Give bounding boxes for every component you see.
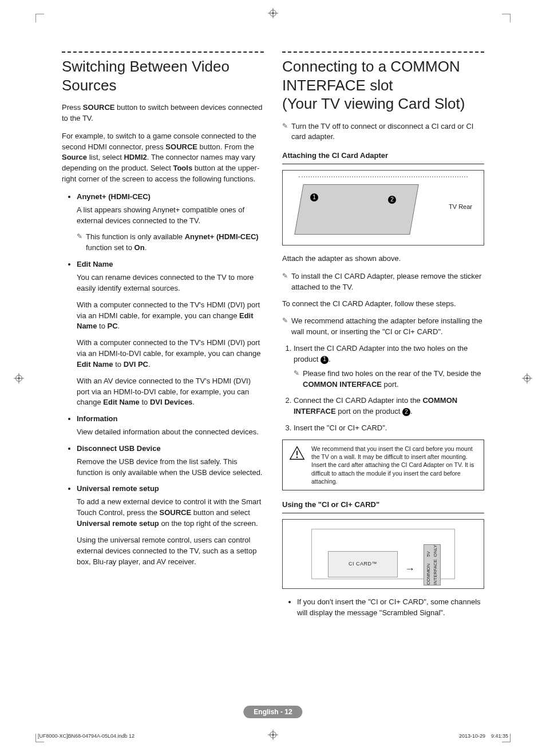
note: ✎ This function is only available Anynet… [77, 232, 264, 254]
note: ✎ To install the CI CARD Adapter, please… [282, 271, 484, 293]
item-body: A list appears showing Anynet+ compatibl… [77, 205, 264, 227]
list-item-anynet: Anynet+ (HDMI-CEC) A list appears showin… [77, 192, 264, 254]
note-icon: ✎ [282, 316, 288, 338]
list-item: If you don't insert the "CI or CI+ CARD"… [297, 597, 484, 619]
registration-mark-icon [268, 8, 278, 18]
note: ✎ Turn the TV off to connect or disconne… [282, 121, 484, 143]
figure-board [294, 184, 419, 235]
callout-number-1: 1 [321, 356, 329, 364]
note-icon: ✎ [77, 232, 82, 254]
callout-number-2: 2 [402, 408, 410, 416]
document-page: Switching Between Video Sources Press SO… [0, 0, 546, 756]
figure-frame: CI CARD™ COMMON INTERFACE 5V ONLY → [311, 529, 455, 579]
item-title: Anynet+ (HDMI-CEC) [77, 192, 264, 203]
figure-label-tv-rear: TV Rear [449, 203, 472, 212]
content-area: Switching Between Video Sources Press SO… [62, 52, 484, 704]
arrow-right-icon: → [405, 561, 415, 576]
list-item-information: Information View detailed information ab… [77, 414, 264, 438]
note-icon: ✎ [282, 121, 288, 143]
item-body: To add a new external device to control … [77, 497, 264, 529]
section-divider [282, 52, 484, 53]
figure-ci-adapter: 1 2 TV Rear [282, 170, 484, 246]
list-item-edit-name: Edit Name You can rename devices connect… [77, 259, 264, 408]
registration-mark-icon [14, 373, 24, 383]
warning-text: We recommend that you insert the CI card… [311, 445, 478, 485]
figure-decoration [299, 176, 468, 177]
svg-point-18 [296, 457, 298, 458]
feature-list: Anynet+ (HDMI-CEC) A list appears showin… [62, 192, 264, 567]
section-heading: Connecting to a COMMON INTERFACE slot (Y… [282, 57, 484, 113]
step-3: Insert the "CI or CI+ CARD". [294, 423, 484, 434]
paragraph: Press SOURCE button to switch between de… [62, 102, 264, 124]
note-icon: ✎ [282, 271, 288, 293]
paragraph: To connect the CI CARD Adapter, follow t… [282, 299, 484, 310]
svg-point-7 [18, 377, 20, 379]
figure-ci-card: CI CARD™ COMMON INTERFACE 5V ONLY → [282, 519, 484, 589]
section-heading: Switching Between Video Sources [62, 57, 264, 94]
left-column: Switching Between Video Sources Press SO… [62, 52, 264, 704]
item-title: Universal remote setup [77, 484, 264, 494]
item-title: Information [77, 414, 264, 425]
footer-filename: [UF8000-XC]BN68-04794A-05L04.indb 12 [38, 733, 134, 739]
bottom-bullets: If you don't insert the "CI or CI+ CARD"… [282, 597, 484, 619]
steps-list: Insert the CI CARD Adapter into the two … [282, 343, 484, 434]
svg-point-15 [272, 734, 274, 736]
list-item-disconnect-usb: Disconnect USB Device Remove the USB dev… [77, 444, 264, 478]
subheading: Using the "CI or CI+ CARD" [282, 500, 484, 513]
paragraph: Attach the adapter as shown above. [282, 254, 484, 264]
figure-slot-label: COMMON INTERFACE 5V ONLY [424, 544, 441, 585]
list-item-universal-remote: Universal remote setup To add a new exte… [77, 484, 264, 567]
item-title: Disconnect USB Device [77, 444, 264, 454]
item-body: View detailed information about the conn… [77, 427, 264, 438]
step-1: Insert the CI CARD Adapter into the two … [294, 343, 484, 390]
paragraph: For example, to switch to a game console… [62, 131, 264, 185]
warning-box: We recommend that you insert the CI card… [282, 440, 484, 490]
warning-icon [288, 445, 306, 462]
item-body: With a computer connected to the TV's HD… [77, 338, 264, 370]
registration-mark-icon [268, 730, 278, 740]
note: ✎ We recommend attaching the adapter bef… [282, 316, 484, 338]
item-body: With an AV device connected to the TV's … [77, 376, 264, 409]
item-title: Edit Name [77, 259, 264, 270]
item-body: Remove the USB device from the list safe… [77, 457, 264, 478]
figure-card-label: CI CARD™ [328, 551, 398, 577]
svg-point-11 [526, 377, 528, 379]
callout-number-2: 2 [388, 196, 396, 204]
item-body: You can rename devices connected to the … [77, 272, 264, 294]
svg-point-3 [272, 12, 274, 14]
right-column: Connecting to a COMMON INTERFACE slot (Y… [282, 52, 484, 704]
footer-timestamp: 2013-10-29 9:41:35 [459, 733, 508, 739]
item-body: Using the universal remote control, user… [77, 535, 264, 568]
crop-mark [502, 14, 511, 22]
section-divider [62, 52, 264, 53]
callout-number-1: 1 [310, 193, 318, 201]
registration-mark-icon [522, 373, 532, 383]
page-number-badge: English - 12 [243, 706, 302, 718]
subheading: Attaching the CI Card Adapter [282, 151, 484, 164]
item-body: With a computer connected to the TV's HD… [77, 300, 264, 333]
crop-mark [35, 14, 44, 22]
step-2: Connect the CI CARD Adapter into the COM… [294, 395, 484, 417]
note-icon: ✎ [294, 369, 299, 390]
